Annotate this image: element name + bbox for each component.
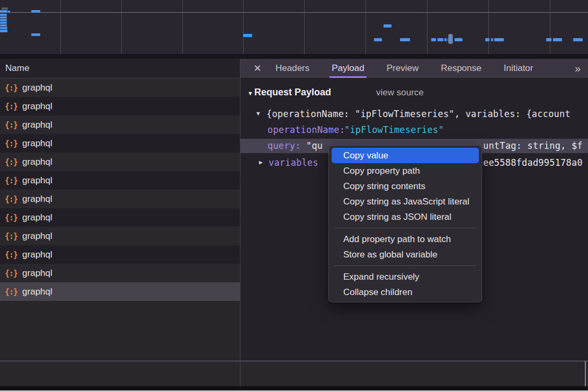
list-item[interactable]: {:}graphql: [0, 78, 240, 97]
request-bar: [31, 33, 40, 36]
request-name: graphql: [22, 120, 52, 130]
overview-gridline: [182, 0, 183, 54]
property-key: query:: [268, 139, 301, 153]
request-name: graphql: [22, 101, 52, 112]
request-bar: [31, 10, 40, 13]
request-bar: [2, 7, 8, 10]
request-name: graphql: [22, 194, 52, 204]
overview-gridline: [121, 0, 122, 54]
request-bar: [0, 14, 7, 16]
json-braces-icon: {:}: [5, 194, 17, 204]
overview-gridline: [60, 0, 61, 54]
request-name: graphql: [22, 268, 52, 279]
request-name: graphql: [22, 83, 52, 93]
tab-payload[interactable]: Payload: [329, 59, 366, 78]
menu-item[interactable]: Copy string as JavaScript literal: [332, 194, 479, 209]
tab-response[interactable]: Response: [439, 59, 484, 78]
request-bar: [0, 30, 7, 32]
list-item[interactable]: {:}graphql: [0, 245, 240, 264]
request-bar: [0, 24, 7, 26]
collapse-section-icon[interactable]: ▼: [247, 90, 253, 96]
request-name: graphql: [22, 250, 52, 260]
expand-node-icon[interactable]: ▶: [259, 155, 263, 171]
json-braces-icon: {:}: [5, 157, 17, 167]
menu-item[interactable]: Copy value: [332, 148, 479, 163]
request-name: graphql: [22, 138, 52, 149]
context-menu: Copy valueCopy property pathCopy string …: [328, 145, 482, 302]
details-tabbar: ✕ HeadersPayloadPreviewResponseInitiator…: [240, 59, 588, 78]
request-name: graphql: [22, 287, 52, 297]
request-bar: [491, 38, 493, 41]
list-item[interactable]: {:}graphql: [0, 227, 240, 245]
json-braces-icon: {:}: [5, 231, 17, 241]
tab-headers[interactable]: Headers: [273, 59, 311, 78]
request-bar: [384, 24, 391, 28]
tree-row-operationname[interactable]: operationName: "ipFlowTimeseries": [240, 122, 588, 138]
collapse-node-icon[interactable]: ▼: [256, 106, 260, 122]
request-bar: [455, 38, 462, 41]
menu-item[interactable]: Store as global variable: [332, 247, 479, 262]
json-braces-icon: {:}: [5, 139, 17, 148]
selected-request-marker: [448, 34, 453, 44]
overview-gridline: [427, 0, 427, 54]
section-title: Request Payload: [254, 87, 331, 98]
json-braces-icon: {:}: [5, 250, 17, 260]
request-list: {:}graphql{:}graphql{:}graphql{:}graphql…: [0, 78, 240, 301]
tab-initiator[interactable]: Initiator: [502, 59, 536, 78]
json-braces-icon: {:}: [5, 83, 17, 93]
overview-gridline: [488, 0, 489, 54]
list-item[interactable]: {:}graphql: [0, 208, 240, 227]
request-bar: [431, 38, 436, 41]
list-item[interactable]: {:}graphql: [0, 134, 240, 153]
request-bar: [0, 19, 7, 21]
network-overview-strip[interactable]: [0, 0, 588, 54]
summary-bar: [0, 361, 588, 386]
property-value-right: ee5588fdad995178a0: [483, 155, 583, 171]
request-bar: [0, 22, 7, 24]
list-item[interactable]: {:}graphql: [0, 153, 240, 171]
request-bar: [0, 27, 7, 29]
request-bar: [400, 38, 410, 41]
tab-strip: HeadersPayloadPreviewResponseInitiator: [273, 59, 535, 78]
request-bar: [494, 38, 504, 41]
more-tabs-icon[interactable]: »: [575, 63, 580, 75]
object-preview: {operationName: "ipFlowTimeseries", vari…: [266, 106, 571, 122]
request-name: graphql: [22, 157, 52, 167]
menu-item[interactable]: Add property path to watch: [332, 231, 479, 247]
property-key: variables: [269, 155, 318, 171]
request-payload-header: ▼ Request Payload view source: [240, 86, 588, 102]
column-header-name[interactable]: Name: [0, 59, 240, 78]
menu-item[interactable]: Copy string contents: [332, 179, 479, 194]
request-name: graphql: [22, 212, 52, 223]
menu-item[interactable]: Copy property path: [332, 163, 479, 179]
list-item[interactable]: {:}graphql: [0, 115, 240, 134]
menu-item[interactable]: Collapse children: [332, 284, 479, 300]
json-braces-icon: {:}: [5, 120, 17, 130]
tab-preview[interactable]: Preview: [385, 59, 421, 78]
pane-divider[interactable]: [240, 361, 240, 386]
list-item[interactable]: {:}graphql: [0, 190, 240, 208]
property-key: operationName:: [268, 122, 345, 138]
request-name: graphql: [22, 175, 52, 186]
menu-item[interactable]: Copy string as JSON literal: [332, 209, 479, 225]
menu-item[interactable]: Expand recursively: [332, 269, 479, 284]
tree-root-row[interactable]: ▼ {operationName: "ipFlowTimeseries", va…: [240, 106, 588, 122]
list-item[interactable]: {:}graphql: [0, 282, 240, 301]
menu-divider: [334, 228, 476, 228]
list-item[interactable]: {:}graphql: [0, 97, 240, 115]
view-source-link[interactable]: view source: [376, 87, 424, 98]
request-bar: [485, 38, 489, 41]
request-bar: [553, 38, 562, 41]
list-item[interactable]: {:}graphql: [0, 264, 240, 282]
json-braces-icon: {:}: [5, 102, 17, 111]
close-icon[interactable]: ✕: [251, 63, 264, 74]
overview-gridline: [243, 0, 244, 54]
list-item[interactable]: {:}graphql: [0, 171, 240, 190]
overview-gridline: [550, 0, 550, 54]
request-bar: [8, 11, 10, 13]
request-bar: [0, 16, 7, 19]
window-bottom-bar: [0, 386, 588, 390]
request-table: Name {:}graphql{:}graphql{:}graphql{:}gr…: [0, 59, 240, 361]
request-bar: [0, 10, 7, 13]
json-braces-icon: {:}: [5, 213, 17, 222]
